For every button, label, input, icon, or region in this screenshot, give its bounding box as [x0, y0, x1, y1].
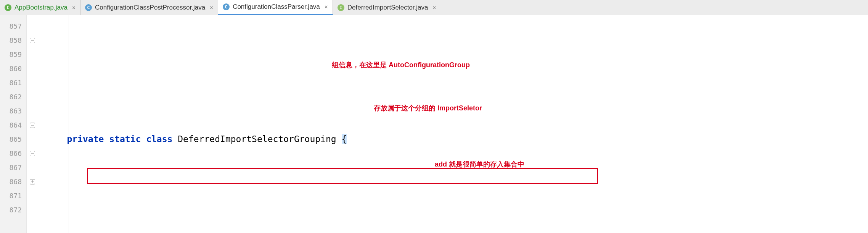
line-number: 866	[0, 146, 26, 160]
code-area[interactable]: private static class DeferredImportSelec…	[38, 15, 868, 233]
fold-toggle[interactable]	[27, 33, 38, 47]
editor: 857 858 859 860 861 862 863 864 865 866 …	[0, 15, 868, 233]
class-icon: C	[223, 3, 230, 10]
tab-label: ConfigurationClassPostProcessor.java	[95, 4, 205, 11]
fold-toggle[interactable]	[27, 175, 38, 189]
annotation: 组信息，在这里是 AutoConfigurationGroup	[332, 58, 470, 72]
line-number: 872	[0, 203, 26, 217]
tab-appbootstrap[interactable]: C AppBootstrap.java ×	[0, 0, 80, 15]
fold-toggle[interactable]	[27, 146, 38, 160]
close-icon[interactable]: ×	[210, 4, 213, 11]
line-number: 861	[0, 76, 26, 90]
line-number: 857	[0, 19, 26, 33]
close-icon[interactable]: ×	[72, 4, 76, 11]
line-number: 868	[0, 175, 26, 189]
fold-toggle[interactable]	[27, 118, 38, 132]
line-number: 860	[0, 61, 26, 76]
tab-bar: C AppBootstrap.java × C ConfigurationCla…	[0, 0, 868, 15]
interface-icon: I	[338, 4, 344, 11]
tab-deferred-import[interactable]: I DeferredImportSelector.java ×	[333, 0, 441, 15]
class-icon: C	[5, 4, 11, 11]
tab-config-postprocessor[interactable]: C ConfigurationClassPostProcessor.java ×	[80, 0, 218, 15]
fold-gutter	[27, 15, 38, 233]
tab-label: DeferredImportSelector.java	[347, 4, 428, 11]
annotation: 存放属于这个分组的 ImportSeletor	[374, 101, 482, 115]
close-icon[interactable]: ×	[325, 3, 328, 10]
line-number: 862	[0, 90, 26, 104]
tab-label: AppBootstrap.java	[14, 4, 68, 11]
code-line	[38, 76, 868, 90]
line-number: 864	[0, 118, 26, 132]
tab-label: ConfigurationClassParser.java	[233, 3, 320, 11]
annotation: add 就是很简单的存入集合中	[435, 157, 524, 172]
line-number: 867	[0, 160, 26, 175]
line-number: 859	[0, 47, 26, 61]
code-line	[38, 189, 868, 203]
class-icon: C	[85, 4, 92, 11]
line-number: 858	[0, 33, 26, 47]
code-line: private static class DeferredImportSelec…	[38, 132, 868, 146]
close-icon[interactable]: ×	[433, 4, 436, 11]
line-number: 865	[0, 132, 26, 146]
line-number: 863	[0, 104, 26, 118]
tab-config-parser[interactable]: C ConfigurationClassParser.java ×	[218, 0, 333, 15]
line-number-gutter: 857 858 859 860 861 862 863 864 865 866 …	[0, 15, 27, 233]
line-number: 871	[0, 189, 26, 203]
